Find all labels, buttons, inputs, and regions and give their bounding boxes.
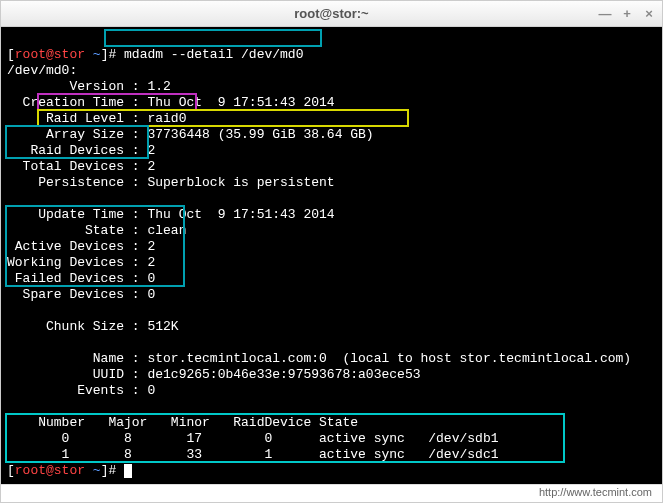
out-name-label: Name : <box>7 351 147 366</box>
out-version: 1.2 <box>147 79 170 94</box>
terminal[interactable]: [root@stor ~]# mdadm --detail /dev/md0 /… <box>1 27 662 484</box>
out-events: 0 <box>147 383 155 398</box>
close-icon[interactable]: × <box>642 7 656 21</box>
prompt: [root@stor ~]# <box>7 47 124 62</box>
out-uuid: de1c9265:0b46e33e:97593678:a03ece53 <box>147 367 420 382</box>
out-chunk: 512K <box>147 319 178 334</box>
out-sdev: 0 <box>147 287 155 302</box>
out-device: /dev/md0: <box>7 63 77 78</box>
out-utime: Thu Oct 9 17:51:43 2014 <box>147 207 334 222</box>
out-adev: 2 <box>147 239 155 254</box>
out-pers: Superblock is persistent <box>147 175 334 190</box>
out-wdev: 2 <box>147 255 155 270</box>
out-version-label: Version : <box>7 79 147 94</box>
out-rdev: 2 <box>147 143 155 158</box>
out-chunk-label: Chunk Size : <box>7 319 147 334</box>
out-state-label: State : <box>7 223 147 238</box>
out-sdev-label: Spare Devices : <box>7 287 147 302</box>
out-name: stor.tecmintlocal.com:0 (local to host s… <box>147 351 631 366</box>
prompt-user: root@stor <box>15 463 85 478</box>
out-state: clean <box>147 223 186 238</box>
maximize-icon[interactable]: + <box>620 7 634 21</box>
cursor <box>124 464 132 478</box>
out-rdev-label: Raid Devices : <box>7 143 147 158</box>
out-fdev-label: Failed Devices : <box>7 271 147 286</box>
minimize-icon[interactable]: — <box>598 7 612 21</box>
out-ctime: Thu Oct 9 17:51:43 2014 <box>147 95 334 110</box>
prompt-path: ~ <box>85 47 101 62</box>
out-rlevel: raid0 <box>147 111 186 126</box>
table-header: Number Major Minor RaidDevice State <box>7 415 358 430</box>
prompt-path: ~ <box>85 463 101 478</box>
out-pers-label: Persistence : <box>7 175 147 190</box>
prompt-user: root@stor <box>15 47 85 62</box>
out-ctime-label: Creation Time : <box>7 95 147 110</box>
out-tdev-label: Total Devices : <box>7 159 147 174</box>
out-wdev-label: Working Devices : <box>7 255 147 270</box>
out-uuid-label: UUID : <box>7 367 147 382</box>
window-controls: — + × <box>598 7 656 21</box>
out-rlevel-label: Raid Level : <box>7 111 147 126</box>
out-tdev: 2 <box>147 159 155 174</box>
out-utime-label: Update Time : <box>7 207 147 222</box>
window-title: root@stor:~ <box>294 6 368 21</box>
out-adev-label: Active Devices : <box>7 239 147 254</box>
titlebar: root@stor:~ — + × <box>1 1 662 27</box>
command-text: mdadm --detail /dev/md0 <box>124 47 303 62</box>
out-events-label: Events : <box>7 383 147 398</box>
footer-url: http://www.tecmint.com <box>539 486 652 498</box>
prompt: [root@stor ~]# <box>7 463 124 478</box>
out-asize-label: Array Size : <box>7 127 147 142</box>
highlight-command <box>104 29 322 47</box>
app-window: root@stor:~ — + × [root@stor ~]# mdadm -… <box>0 0 663 503</box>
table-row: 0 8 17 0 active sync /dev/sdb1 <box>7 431 498 446</box>
out-asize: 37736448 (35.99 GiB 38.64 GB) <box>147 127 373 142</box>
table-row: 1 8 33 1 active sync /dev/sdc1 <box>7 447 498 462</box>
footer: http://www.tecmint.com <box>1 484 662 502</box>
out-fdev: 0 <box>147 271 155 286</box>
